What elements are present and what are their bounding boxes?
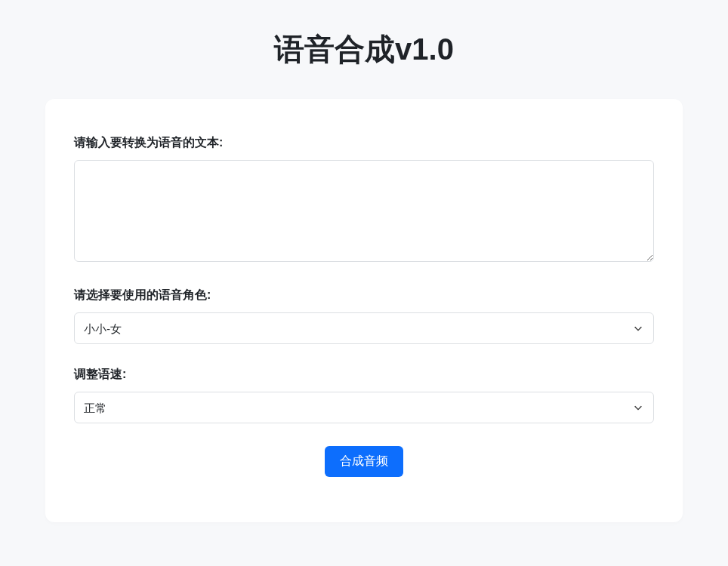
- text-input[interactable]: [74, 160, 654, 262]
- speed-select-label: 调整语速:: [74, 367, 654, 383]
- submit-button[interactable]: 合成音频: [325, 446, 403, 477]
- text-input-label: 请输入要转换为语音的文本:: [74, 135, 654, 151]
- text-input-group: 请输入要转换为语音的文本:: [74, 135, 654, 265]
- voice-select-group: 请选择要使用的语音角色: 小小-女: [74, 288, 654, 344]
- speed-select-group: 调整语速: 正常: [74, 367, 654, 423]
- voice-select[interactable]: 小小-女: [74, 312, 654, 344]
- page-title: 语音合成v1.0: [0, 0, 728, 99]
- speed-select[interactable]: 正常: [74, 392, 654, 423]
- voice-select-label: 请选择要使用的语音角色:: [74, 288, 654, 303]
- form-card: 请输入要转换为语音的文本: 请选择要使用的语音角色: 小小-女 调整语速: 正常…: [45, 99, 683, 522]
- submit-row: 合成音频: [74, 446, 654, 477]
